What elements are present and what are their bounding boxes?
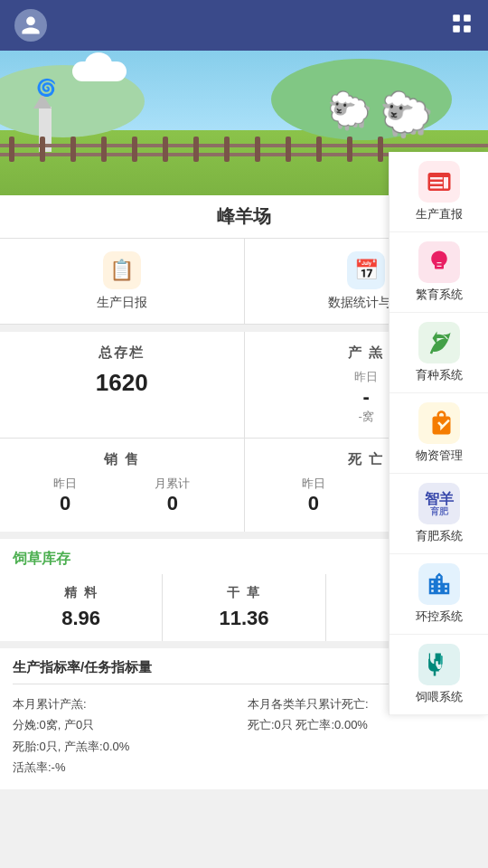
lamb-yesterday-label: 昨日	[354, 369, 378, 385]
env-control-icon	[418, 563, 460, 605]
total-stock-card: 总存栏 1620	[0, 332, 244, 438]
user-avatar[interactable]	[14, 9, 47, 42]
menu-supply-mgmt[interactable]: 物资管理	[389, 393, 488, 474]
cloud-decoration	[72, 61, 127, 81]
sales-title: 销 售	[14, 451, 230, 468]
svg-rect-6	[437, 656, 440, 665]
svg-point-4	[434, 257, 437, 260]
svg-rect-7	[440, 656, 443, 665]
svg-rect-1	[464, 14, 471, 22]
fertilizer-system-icon: 智羊 育肥	[418, 483, 460, 524]
production-live-label: 生产直报	[416, 206, 463, 222]
prod-left-3: 活羔率:-%	[13, 757, 240, 778]
svg-rect-2	[453, 25, 460, 33]
daily-report-label: 生产日报	[97, 295, 147, 311]
prod-left-1: 分娩:0窝, 产0只	[13, 714, 240, 735]
feed-item-1: 干 草 11.36	[163, 574, 324, 641]
data-stats-icon: 📅	[347, 251, 385, 289]
prod-right-1: 死亡:0只 死亡率:0.00%	[248, 714, 475, 735]
breeding-system-label: 繁育系统	[416, 287, 463, 303]
menu-breeding-system[interactable]: 繁育系统	[389, 232, 488, 313]
svg-point-5	[440, 257, 444, 260]
sales-card: 销 售 昨日 0 月累计 0	[0, 439, 244, 532]
supply-mgmt-icon	[418, 402, 460, 444]
lamb-yesterday-value: -	[363, 385, 370, 409]
svg-rect-3	[464, 25, 471, 33]
feed-value-0: 8.96	[7, 607, 155, 630]
sales-monthly-label: 月累计	[155, 476, 190, 492]
daily-report-icon: 📋	[103, 251, 141, 289]
menu-production-live[interactable]: 生产直报	[389, 152, 488, 232]
feed-value-1: 11.36	[170, 607, 317, 630]
feed-system-icon	[418, 644, 460, 685]
menu-feed-system[interactable]: 饲喂系统	[389, 635, 488, 715]
avatar-icon	[20, 14, 42, 36]
prod-left-col: 本月累计产羔: 分娩:0窝, 产0只 死胎:0只, 产羔率:0.0% 活羔率:-…	[13, 693, 240, 778]
menu-fertilizer-system[interactable]: 智羊 育肥 育肥系统	[389, 474, 488, 554]
deaths-yesterday-label: 昨日	[302, 476, 325, 492]
svg-rect-0	[453, 14, 460, 22]
menu-env-control[interactable]: 环控系统	[389, 554, 488, 635]
fertilizer-system-label: 育肥系统	[416, 528, 463, 544]
production-live-icon	[418, 161, 460, 203]
seed-system-label: 育种系统	[416, 367, 463, 383]
prod-left-2: 死胎:0只, 产羔率:0.0%	[13, 736, 240, 757]
sales-yesterday-value: 0	[53, 492, 77, 515]
env-control-label: 环控系统	[416, 609, 463, 625]
sales-yesterday-label: 昨日	[53, 476, 77, 492]
deaths-yesterday-value: 0	[302, 492, 325, 515]
menu-seed-system[interactable]: 育种系统	[389, 313, 488, 393]
feed-label-0: 精 料	[7, 585, 155, 601]
grid-icon	[450, 12, 474, 35]
feed-system-label: 饲喂系统	[416, 689, 463, 705]
total-stock-value: 1620	[14, 369, 230, 397]
sales-monthly-value: 0	[155, 492, 190, 515]
lamb-monthly-label: -窝	[359, 409, 374, 425]
feed-item-0: 精 料 8.96	[0, 574, 162, 641]
daily-report-button[interactable]: 📋 生产日报	[0, 239, 244, 324]
total-stock-title: 总存栏	[14, 344, 230, 362]
breeding-system-icon	[418, 241, 460, 283]
grid-menu-button[interactable]	[450, 12, 474, 39]
app-header	[0, 0, 488, 51]
seed-system-icon	[418, 322, 460, 363]
prod-left-0: 本月累计产羔:	[13, 693, 240, 714]
side-menu: 生产直报 繁育系统 育种系统 物资管理 智羊	[389, 152, 488, 715]
feed-label-1: 干 草	[170, 585, 317, 601]
sheep-decoration: 🐑 🐑	[327, 90, 434, 140]
supply-mgmt-label: 物资管理	[416, 448, 463, 464]
